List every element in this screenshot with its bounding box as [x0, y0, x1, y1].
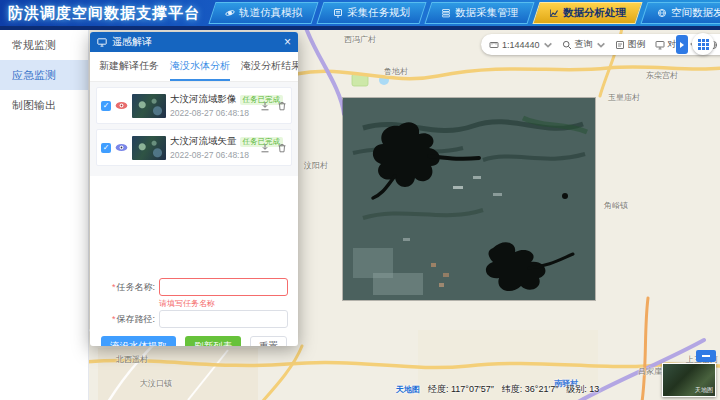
- task-name-error: 请填写任务名称: [159, 299, 288, 310]
- sidebar-item-regular-monitoring[interactable]: 常规监测: [0, 30, 88, 60]
- extract-flood-water-button[interactable]: 淹没水体提取: [101, 336, 176, 346]
- dataset-timestamp: 2022-08-27 06:48:18: [170, 150, 256, 160]
- toolbar-expand-button[interactable]: [676, 35, 688, 54]
- tab-data-collection-mgmt[interactable]: 数据采集管理: [424, 2, 534, 24]
- close-icon[interactable]: ×: [284, 36, 291, 48]
- search-icon: [562, 40, 572, 50]
- left-sidebar: 常规监测 应急监测 制图输出: [0, 30, 89, 400]
- tab-orbit-simulation[interactable]: 轨道仿真模拟: [208, 2, 318, 24]
- tab-label: 数据采集管理: [455, 6, 518, 20]
- dataset-timestamp: 2022-08-27 06:48:18: [170, 108, 256, 118]
- save-path-label: *保存路径:: [100, 313, 159, 326]
- query-menu[interactable]: 查询: [562, 38, 606, 51]
- tab-flood-water-analysis[interactable]: 淹没水体分析: [170, 59, 230, 81]
- map-status-bar: 天地图 经度: 117°07′57″ 纬度: 36°21′7″ 级别: 13: [396, 383, 599, 396]
- dataset-info: 大汶河流域影像 任务已完成 2022-08-27 06:48:18: [170, 93, 256, 118]
- tab-label: 采集任务规划: [347, 6, 410, 20]
- save-path-input[interactable]: [159, 310, 288, 328]
- dialog-tabs: 新建解译任务 淹没水体分析 淹没分析结果: [90, 52, 298, 82]
- dialog-title: 遥感解译: [112, 35, 152, 49]
- database-icon: [441, 8, 451, 18]
- play-icon: [680, 42, 684, 48]
- dataset-thumbnail[interactable]: [132, 136, 166, 160]
- minus-icon: [702, 355, 710, 357]
- minimap-watermark: 天地图: [695, 386, 713, 395]
- refresh-list-button[interactable]: 刷新列表: [185, 336, 241, 346]
- longitude-readout: 经度: 117°07′57″: [428, 383, 494, 396]
- grid-icon: [698, 39, 709, 50]
- dataset-name: 大汶河流域影像: [170, 93, 237, 106]
- checkbox-checked[interactable]: ✓: [101, 143, 111, 153]
- map-label: 大汶口镇: [140, 378, 172, 389]
- visibility-eye-icon[interactable]: [115, 101, 128, 110]
- tab-new-task[interactable]: 新建解译任务: [99, 59, 159, 81]
- globe-icon: [657, 8, 667, 18]
- checkbox-checked[interactable]: ✓: [101, 101, 111, 111]
- monitor-icon: [97, 38, 107, 47]
- main-nav: 轨道仿真模拟 采集任务规划 数据采集管理 数据分析处理 空间数据发布: [212, 3, 720, 23]
- tab-flood-analysis-result[interactable]: 淹没分析结果: [241, 59, 298, 81]
- scale-icon: [489, 40, 499, 50]
- item-actions: [260, 101, 287, 111]
- legend-button[interactable]: 图例: [615, 38, 646, 51]
- satellite-image: [343, 98, 595, 300]
- app-window: 防洪调度空间数据支撑平台 轨道仿真模拟 采集任务规划 数据采集管理 数据分析处理…: [0, 0, 720, 400]
- map-label: 玉皇庙村: [608, 92, 640, 103]
- page-title: 防洪调度空间数据支撑平台: [0, 4, 212, 23]
- apps-grid-button[interactable]: [692, 33, 714, 55]
- tab-spatial-data-publish[interactable]: 空间数据发布: [640, 2, 720, 24]
- zoom-level-readout: 级别: 13: [566, 383, 599, 396]
- required-mark: *: [112, 282, 116, 292]
- list-item[interactable]: ✓ 大汶河流域影像 任务已完成 2022-08-27 06:48:18: [96, 87, 292, 124]
- tianditu-logo: 天地图: [396, 384, 420, 395]
- satellite-image-overlay[interactable]: [343, 98, 595, 300]
- map-label: 角峪镇: [604, 200, 628, 211]
- task-name-input[interactable]: [159, 278, 288, 296]
- overview-collapse-button[interactable]: [696, 350, 716, 362]
- query-label: 查询: [575, 38, 593, 51]
- form-buttons: 淹没水体提取 刷新列表 重置: [100, 336, 288, 346]
- dataset-name: 大汶河流域矢量: [170, 135, 237, 148]
- map-label: 鲁地村: [384, 66, 408, 77]
- map-label: 北西遥村: [116, 354, 148, 365]
- interpretation-dialog: 遥感解译 × 新建解译任务 淹没水体分析 淹没分析结果 ✓ 大汶河流域影像 任务…: [90, 32, 298, 346]
- trash-icon[interactable]: [277, 143, 287, 153]
- monitor-icon: [655, 40, 665, 50]
- download-icon[interactable]: [260, 143, 270, 153]
- overview-minimap[interactable]: 天地图: [662, 363, 716, 397]
- line-chart-icon: [549, 8, 559, 18]
- tab-collection-planning[interactable]: 采集任务规划: [316, 2, 426, 24]
- trash-icon[interactable]: [277, 101, 287, 111]
- reset-button[interactable]: 重置: [250, 336, 287, 346]
- tab-label: 空间数据发布: [671, 6, 720, 20]
- dataset-thumbnail[interactable]: [132, 94, 166, 118]
- dataset-info: 大汶河流域矢量 任务已完成 2022-08-27 06:48:18: [170, 135, 256, 160]
- download-icon[interactable]: [260, 101, 270, 111]
- map-label: 西冯广村: [344, 34, 376, 45]
- visibility-eye-icon[interactable]: [115, 143, 128, 152]
- map-label: 汶阳村: [304, 160, 328, 171]
- legend-icon: [615, 40, 625, 50]
- required-mark: *: [112, 314, 116, 324]
- tab-label: 数据分析处理: [563, 6, 626, 20]
- analysis-form: *任务名称: 请填写任务名称 *保存路径: 淹没水体提取 刷新列表 重置: [90, 278, 298, 346]
- chevron-down-icon: [543, 40, 553, 50]
- item-actions: [260, 143, 287, 153]
- dialog-header[interactable]: 遥感解译 ×: [90, 32, 298, 52]
- sidebar-item-map-output[interactable]: 制图输出: [0, 90, 88, 120]
- legend-label: 图例: [628, 38, 646, 51]
- map-label: 东栾宫村: [646, 70, 678, 81]
- chevron-down-icon: [596, 40, 606, 50]
- scale-value: 1:144440: [502, 40, 540, 50]
- latitude-readout: 纬度: 36°21′7″: [502, 383, 559, 396]
- task-name-label: *任务名称:: [100, 281, 159, 294]
- list-item[interactable]: ✓ 大汶河流域矢量 任务已完成 2022-08-27 06:48:18: [96, 129, 292, 166]
- satellite-orbit-icon: [225, 8, 235, 18]
- task-plan-icon: [333, 8, 343, 18]
- tab-data-analysis[interactable]: 数据分析处理: [532, 2, 642, 24]
- top-header: 防洪调度空间数据支撑平台 轨道仿真模拟 采集任务规划 数据采集管理 数据分析处理…: [0, 0, 720, 30]
- tab-label: 轨道仿真模拟: [239, 6, 302, 20]
- sidebar-item-emergency-monitoring[interactable]: 应急监测: [0, 60, 88, 90]
- dataset-list: ✓ 大汶河流域影像 任务已完成 2022-08-27 06:48:18 ✓: [90, 82, 298, 176]
- scale-selector[interactable]: 1:144440: [489, 40, 553, 50]
